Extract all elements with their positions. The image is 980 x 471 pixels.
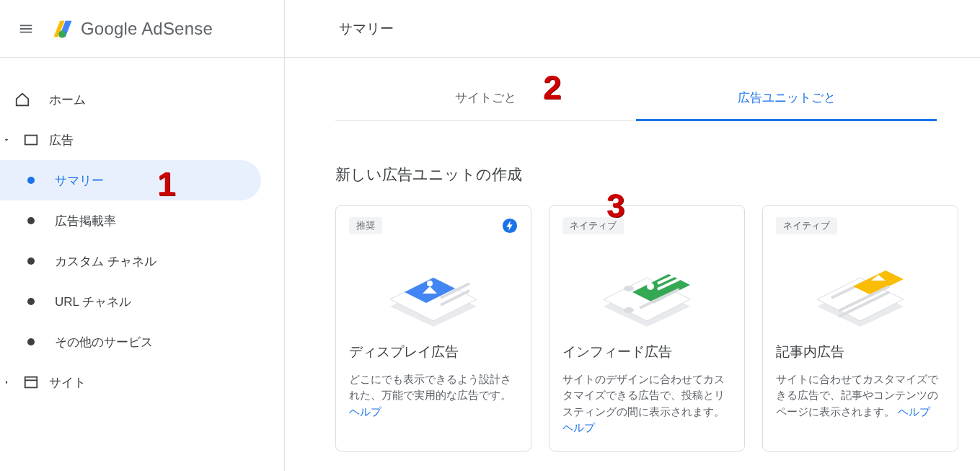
card-illustration: [349, 234, 518, 335]
sidebar-sub-fillrate[interactable]: 広告掲載率: [0, 201, 261, 241]
topbar-left: Google AdSense: [0, 0, 285, 57]
sidebar-item-label: ホーム: [49, 92, 86, 108]
section-heading: 新しい広告ユニットの作成: [335, 164, 980, 185]
card-chip: 推奨: [349, 217, 382, 234]
card-infeed-ads[interactable]: ネイティブ インフィード広告: [549, 205, 745, 452]
bullet-icon: [27, 257, 35, 265]
product-logo[interactable]: Google AdSense: [52, 18, 213, 40]
card-chip: ネイティブ: [562, 217, 624, 234]
hamburger-menu-button[interactable]: [12, 14, 40, 43]
card-display-ads[interactable]: 推奨 デ: [335, 205, 531, 452]
bullet-icon: [27, 217, 35, 224]
sidebar-item-label: 広告: [49, 132, 74, 149]
card-description: サイトのデザインに合わせてカスタマイズできる広告で、投稿とリスティングの間に表示…: [562, 371, 731, 436]
svg-rect-1: [25, 136, 37, 145]
main-content: サイトごと 広告ユニットごと 2 新しい広告ユニットの作成 推奨: [285, 58, 980, 471]
svg-rect-2: [25, 377, 37, 388]
sidebar-sub-url-channel[interactable]: URL チャネル: [0, 281, 261, 322]
adsense-icon: [52, 18, 74, 40]
topbar: Google AdSense サマリー: [0, 0, 980, 58]
site-icon: [23, 374, 39, 390]
display-ad-illustration-icon: [368, 242, 498, 328]
svg-point-8: [427, 281, 433, 286]
ad-unit-cards: 推奨 デ: [335, 205, 980, 452]
help-link[interactable]: ヘルプ: [898, 406, 930, 418]
svg-point-14: [624, 307, 634, 313]
bullet-icon: [27, 298, 35, 305]
card-chip: ネイティブ: [776, 217, 837, 234]
product-name: Google AdSense: [81, 19, 213, 39]
help-link[interactable]: ヘルプ: [349, 406, 381, 418]
sidebar: ホーム 広告 サマリー 広告掲載率 カスタム チャネル: [0, 58, 285, 471]
card-illustration: [776, 234, 945, 335]
page-title: サマリー: [339, 19, 394, 38]
sidebar-item-home[interactable]: ホーム: [0, 79, 261, 120]
svg-point-13: [624, 286, 634, 291]
tab-label: 広告ユニットごと: [738, 91, 836, 105]
card-description: どこにでも表示できるよう設計された、万能で実用的な広告です。 ヘルプ: [349, 371, 518, 420]
card-illustration: [562, 234, 731, 335]
ad-icon: [23, 132, 39, 148]
sidebar-item-label: URL チャネル: [55, 294, 131, 310]
tab-by-unit[interactable]: 広告ユニットごと: [636, 76, 937, 120]
home-icon: [14, 92, 30, 107]
tab-by-site[interactable]: サイトごと: [335, 76, 636, 120]
sidebar-item-label: サマリー: [55, 172, 104, 189]
sidebar-item-sites[interactable]: サイト: [0, 362, 284, 402]
sidebar-item-label: サイト: [49, 374, 86, 391]
card-title: インフィード広告: [562, 343, 731, 361]
card-title: 記事内広告: [776, 343, 945, 361]
tabs: サイトごと 広告ユニットごと: [335, 76, 937, 121]
sidebar-sub-other-services[interactable]: その他のサービス: [0, 322, 261, 362]
in-article-ad-illustration-icon: [795, 242, 925, 328]
sidebar-item-label: その他のサービス: [55, 334, 153, 351]
card-title: ディスプレイ広告: [349, 343, 518, 361]
sidebar-item-ads[interactable]: 広告: [0, 120, 284, 160]
svg-point-0: [58, 30, 66, 38]
caret-down-icon: [2, 136, 11, 144]
bullet-icon: [27, 177, 35, 184]
hamburger-icon: [18, 21, 34, 37]
svg-point-16: [647, 283, 654, 290]
bullet-icon: [27, 338, 35, 345]
amp-icon: [502, 218, 518, 234]
sidebar-sub-summary[interactable]: サマリー: [0, 160, 261, 201]
sidebar-sub-custom-channel[interactable]: カスタム チャネル: [0, 241, 261, 281]
caret-right-icon: [2, 378, 11, 387]
infeed-ad-illustration-icon: [582, 242, 712, 328]
tab-label: サイトごと: [455, 91, 516, 105]
sidebar-item-label: カスタム チャネル: [55, 253, 156, 270]
sidebar-item-label: 広告掲載率: [55, 213, 116, 229]
card-in-article-ads[interactable]: ネイティブ 記事内広告 サイトに合わせてカスタマイズできる広告で、: [762, 205, 958, 452]
help-link[interactable]: ヘルプ: [562, 422, 595, 433]
card-description: サイトに合わせてカスタマイズできる広告で、記事やコンテンツのページに表示されます…: [776, 371, 945, 420]
